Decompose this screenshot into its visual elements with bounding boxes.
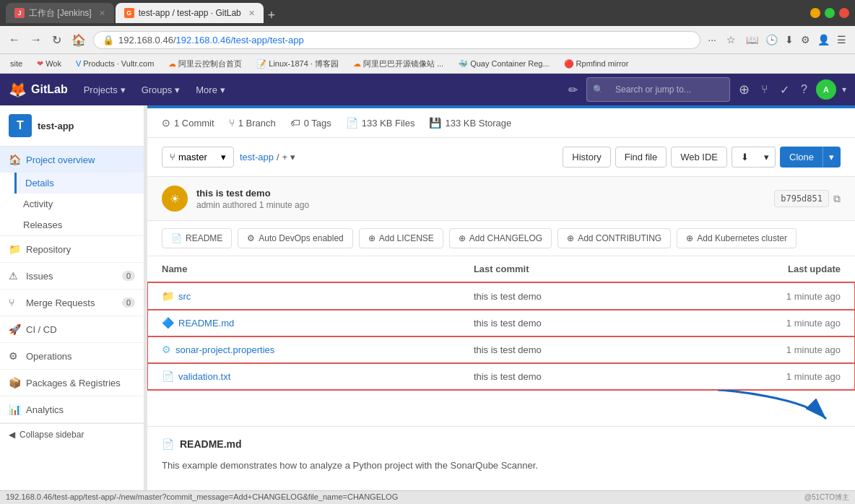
gitlab-logo[interactable]: 🦊 GitLab — [9, 81, 68, 98]
tags-icon: 🏷 — [290, 117, 300, 129]
branch-chevron-icon: ▾ — [221, 152, 226, 162]
sidebar-link-repository[interactable]: 📁 Repository — [0, 236, 144, 262]
check-icon-btn[interactable]: ✓ — [777, 80, 792, 100]
sidebar-link-issues[interactable]: ⚠ Issues 0 — [0, 263, 144, 289]
table-row[interactable]: ⚙ sonar-project.properties this is test … — [147, 336, 855, 363]
plus-icon-btn[interactable]: ⊕ — [736, 79, 752, 100]
content-area: ⊙ 1 Commit ⑂ 1 Branch 🏷 0 Tags 📄 — [147, 105, 855, 490]
copy-hash-icon[interactable]: ⧉ — [833, 193, 841, 205]
commit-author: admin authored 1 minute ago — [196, 200, 765, 210]
bookmark-icon[interactable]: ☆ — [724, 31, 739, 48]
sidebar-sub-details[interactable]: Details — [14, 173, 144, 194]
sidebar-sub-releases[interactable]: Releases — [14, 214, 144, 235]
sidebar-sub-activity[interactable]: Activity — [14, 194, 144, 214]
web-ide-button[interactable]: Web IDE — [671, 147, 727, 168]
commits-stat[interactable]: ⊙ 1 Commit — [162, 117, 214, 129]
sidebar-item-operations: ⚙ Operations — [0, 343, 144, 370]
bookmark-quay[interactable]: 🐳 Quay Container Reg... — [453, 58, 553, 70]
breadcrumb-add-icon[interactable]: + — [282, 152, 288, 162]
clone-dropdown-button[interactable]: ▾ — [823, 147, 841, 168]
user-browser-icon[interactable]: 👤 — [815, 31, 833, 48]
bookmark-aliyun[interactable]: ☁ 阿里云控制台首页 — [164, 57, 246, 71]
sidebar-link-packages[interactable]: 📦 Packages & Registries — [0, 370, 144, 396]
tab-gitlab[interactable]: G test-app / test-app · GitLab ✕ — [116, 3, 264, 23]
issues-label: Issues — [26, 271, 53, 282]
pencil-icon-btn[interactable]: ✏ — [565, 80, 581, 100]
storage-label: 133 KB Storage — [445, 118, 511, 129]
new-tab-button[interactable]: + — [265, 8, 279, 23]
tab-gitlab-close[interactable]: ✕ — [248, 9, 255, 18]
download-button[interactable]: ⬇ — [732, 147, 758, 168]
file-link-readme[interactable]: README.md — [178, 318, 234, 329]
breadcrumb-dropdown-icon[interactable]: ▾ — [290, 152, 295, 162]
user-avatar[interactable]: A — [816, 79, 836, 100]
add-kubernetes-btn[interactable]: ⊕ Add Kubernetes cluster — [677, 228, 797, 248]
table-row[interactable]: 🔷 README.md this is test demo 1 minute a… — [147, 310, 855, 336]
sidebar-link-project-overview[interactable]: 🏠 Project overview — [0, 147, 144, 173]
help-icon-btn[interactable]: ? — [798, 80, 810, 99]
bookmark-vultr[interactable]: V Products · Vultr.com — [71, 58, 158, 69]
bookmark-ali2-label: 阿里巴巴开源镜像站 ... — [363, 58, 443, 69]
sidebar-item-issues: ⚠ Issues 0 — [0, 263, 144, 290]
add-kubernetes-label: Add Kubernetes cluster — [697, 233, 787, 243]
bookmark-ali2[interactable]: ☁ 阿里巴巴开源镜像站 ... — [349, 57, 448, 71]
file-link-sonar[interactable]: sonar-project.properties — [175, 344, 274, 355]
tab-jenkins[interactable]: J 工作台 [Jenkins] ✕ — [6, 3, 114, 23]
history-button[interactable]: History — [563, 147, 610, 168]
reading-mode-icon[interactable]: 📖 — [743, 31, 761, 48]
more-menu[interactable]: More ▾ — [188, 80, 233, 100]
last-update-cell: 1 minute ago — [672, 336, 855, 363]
file-link-src[interactable]: src — [178, 291, 191, 302]
search-input[interactable] — [608, 81, 724, 98]
bookmark-linux[interactable]: 📝 Linux-1874 · 博客园 — [252, 57, 343, 71]
browser-window: J 工作台 [Jenkins] ✕ G test-app / test-app … — [0, 0, 855, 504]
sidebar-link-ci-cd[interactable]: 🚀 CI / CD — [0, 316, 144, 342]
table-row[interactable]: 📄 validation.txt this is test demo 1 min… — [147, 363, 855, 390]
table-row[interactable]: 📁 src this is test demo 1 minute ago — [147, 282, 855, 310]
tags-stat[interactable]: 🏷 0 Tags — [290, 117, 331, 129]
back-button[interactable]: ← — [6, 30, 23, 49]
clone-button[interactable]: Clone — [780, 147, 823, 168]
branches-stat[interactable]: ⑂ 1 Branch — [229, 117, 276, 129]
commit-hash-badge[interactable]: b795d851 — [774, 190, 829, 207]
close-button[interactable] — [839, 8, 849, 18]
download-browser-icon[interactable]: ⬇ — [782, 31, 797, 48]
projects-menu[interactable]: Projects ▾ — [77, 80, 133, 100]
sidebar-link-operations[interactable]: ⚙ Operations — [0, 343, 144, 369]
auto-devops-btn[interactable]: ⚙ Auto DevOps enabled — [238, 228, 352, 248]
branch-selector[interactable]: ⑂ master ▾ — [162, 147, 234, 168]
reload-button[interactable]: ↻ — [49, 30, 64, 50]
sidebar-link-merge-requests[interactable]: ⑂ Merge Requests 0 — [0, 290, 144, 316]
download-dropdown-button[interactable]: ▾ — [758, 147, 776, 168]
add-contributing-btn[interactable]: ⊕ Add CONTRIBUTING — [557, 228, 671, 248]
fork-icon-btn[interactable]: ⑂ — [758, 80, 771, 99]
forward-button[interactable]: → — [27, 30, 45, 49]
tab-jenkins-close[interactable]: ✕ — [99, 9, 105, 18]
address-bar[interactable]: 🔒 192.168.0.46/192.168.0.46/test-app/tes… — [93, 31, 700, 49]
groups-menu[interactable]: Groups ▾ — [134, 80, 188, 100]
maximize-button[interactable] — [825, 8, 835, 18]
address-path: 192.168.0.46/test-app/test-app — [176, 35, 304, 45]
home-button[interactable]: 🏠 — [69, 30, 89, 50]
find-file-button[interactable]: Find file — [615, 147, 667, 168]
folder-icon: 📁 — [162, 290, 174, 302]
history-icon[interactable]: 🕒 — [763, 31, 781, 48]
commit-hash-display: b795d851 ⧉ — [774, 190, 841, 207]
minimize-button[interactable] — [810, 8, 820, 18]
bookmark-site[interactable]: site — [6, 58, 27, 69]
readme-btn[interactable]: 📄 README — [162, 228, 232, 248]
sidebar-link-analytics[interactable]: 📊 Analytics — [0, 396, 144, 422]
menu-icon[interactable]: ☰ — [834, 31, 849, 48]
bookmark-wok[interactable]: ❤ Wok — [32, 58, 66, 70]
readme-btn-label: README — [186, 233, 222, 243]
add-changelog-btn[interactable]: ⊕ Add CHANGELOG — [449, 228, 552, 248]
add-contributing-icon: ⊕ — [567, 233, 574, 243]
add-license-btn[interactable]: ⊕ Add LICENSE — [359, 228, 443, 248]
more-options-icon[interactable]: ··· — [705, 31, 719, 48]
security-icon: 🔒 — [103, 35, 114, 45]
settings-icon[interactable]: ⚙ — [798, 31, 813, 48]
file-link-validation[interactable]: validation.txt — [178, 371, 230, 382]
breadcrumb-project[interactable]: test-app — [240, 152, 274, 162]
collapse-sidebar[interactable]: ◀ Collapse sidebar — [0, 423, 144, 446]
bookmark-rpm[interactable]: 🔴 Rpmfind mirror — [560, 58, 633, 70]
